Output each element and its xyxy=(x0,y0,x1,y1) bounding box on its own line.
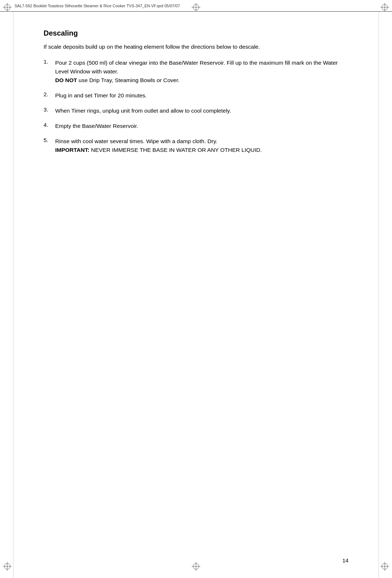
intro-paragraph: If scale deposits build up on the heatin… xyxy=(44,43,348,51)
list-item: 4. Empty the Base/Water Reservoir. xyxy=(44,122,348,130)
reg-mark-top-left xyxy=(3,3,12,12)
step-5-bold: IMPORTANT: xyxy=(55,147,89,153)
header-text: SAL7-562 Booklet Toastess Silhouette Ste… xyxy=(15,4,180,8)
step-content-3: When Timer rings, unplug unit from outle… xyxy=(55,106,231,115)
step-content-4: Empty the Base/Water Reservoir. xyxy=(55,122,138,130)
step-content-1: Pour 2 cups (500 ml) of clear vinegar in… xyxy=(55,58,348,85)
reg-mark-bottom-right xyxy=(380,562,389,571)
step-content-5: Rinse with cool water several times. Wip… xyxy=(55,137,262,154)
reg-mark-bottom-left xyxy=(3,562,12,571)
step-number-3: 3. xyxy=(44,106,55,113)
step-number-5: 5. xyxy=(44,137,55,144)
margin-line-right xyxy=(379,12,379,578)
page: SAL7-562 Booklet Toastess Silhouette Ste… xyxy=(0,0,392,578)
list-item: 2. Plug in and set Timer for 20 minutes. xyxy=(44,91,348,100)
page-number: 14 xyxy=(342,557,348,563)
main-content: Descaling If scale deposits build up on … xyxy=(44,29,348,549)
list-item: 5. Rinse with cool water several times. … xyxy=(44,137,348,154)
list-item: 3. When Timer rings, unplug unit from ou… xyxy=(44,106,348,115)
step-number-1: 1. xyxy=(44,58,55,65)
reg-mark-bottom-center xyxy=(192,562,200,571)
margin-line-left xyxy=(13,12,13,578)
list-item: 1. Pour 2 cups (500 ml) of clear vinegar… xyxy=(44,58,348,85)
step-1-text: Pour 2 cups (500 ml) of clear vinegar in… xyxy=(55,60,338,83)
step-number-4: 4. xyxy=(44,122,55,128)
step-number-2: 2. xyxy=(44,91,55,98)
steps-list: 1. Pour 2 cups (500 ml) of clear vinegar… xyxy=(44,58,348,154)
section-title: Descaling xyxy=(44,29,348,37)
step-content-2: Plug in and set Timer for 20 minutes. xyxy=(55,91,147,100)
reg-mark-top-center xyxy=(192,3,200,12)
step-5-text: Rinse with cool water several times. Wip… xyxy=(55,138,262,153)
step-1-bold: DO NOT xyxy=(55,77,77,83)
reg-mark-top-right xyxy=(380,3,389,12)
